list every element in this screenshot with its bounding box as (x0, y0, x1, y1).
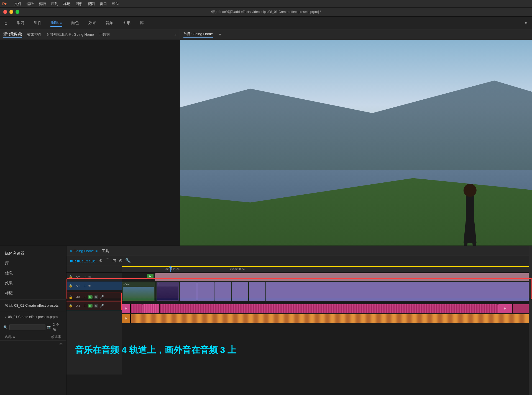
v2-pink-clip[interactable] (155, 273, 529, 281)
v1-clip-1[interactable]: × Vist (122, 282, 155, 301)
v1-eye-icon[interactable]: 👁 (88, 284, 91, 288)
tab-graphics[interactable]: 图形 (122, 19, 131, 27)
source-tab-source[interactable]: 源: (无剪辑) (3, 32, 22, 38)
a3-clip-3[interactable] (160, 304, 498, 313)
search-row: 🔍 📷 2 个项 (0, 321, 66, 334)
a3-lock-icon[interactable]: 🔒 (69, 295, 73, 299)
menubar-item-window[interactable]: 窗口 (100, 1, 107, 6)
v1-clip-3[interactable] (180, 282, 197, 301)
more-tabs-button[interactable]: » (525, 20, 528, 26)
v2-label: V2 (74, 275, 82, 279)
a4-sync-icon[interactable]: ⊡ (84, 304, 86, 308)
a3-clip-1[interactable] (131, 304, 142, 313)
a4-clip-fx[interactable]: fx (122, 314, 130, 323)
source-tab-effects[interactable]: 效果控件 (27, 32, 42, 37)
program-tab-menu-icon[interactable]: ≡ (219, 32, 221, 37)
a4-solo-button[interactable]: S (94, 304, 98, 308)
menubar-item-marker[interactable]: 标记 (63, 1, 70, 6)
tab-learn[interactable]: 学习 (16, 19, 25, 27)
source-tab-audio-mixer[interactable]: 音频剪辑混合器: Going Home (47, 32, 94, 37)
a3-clip-fx[interactable]: fx (122, 304, 130, 313)
home-button[interactable]: ⌂ (4, 20, 8, 26)
project-file-name: 08_01 Create effect presets.prproj (8, 315, 58, 319)
maximize-button[interactable] (16, 10, 19, 14)
v1-clip-4[interactable] (197, 282, 214, 301)
a3-sync-icon[interactable]: ⊡ (84, 295, 86, 299)
a4-mic-icon[interactable]: 🎤 (100, 304, 104, 308)
a3-clip-fx2[interactable]: fx (498, 304, 512, 313)
a3-clip-4[interactable] (513, 304, 529, 313)
track-headers: 🔒 V2 ⊡ 👁 🔒 V1 ⊡ 👁 (66, 273, 122, 375)
timeline-scrollbar[interactable] (529, 246, 532, 395)
timeline-tab-going-home[interactable]: × Going Home ≡ (70, 249, 98, 253)
v1-clip-2[interactable]: × (157, 282, 179, 301)
track-header-v1: 🔒 V1 ⊡ 👁 (66, 282, 122, 290)
col-framerate-label: 帧速率 (51, 335, 61, 339)
bottom-area: 媒体浏览器 库 信息 效果 标记 项目: 08_01 Create effect… (0, 246, 532, 395)
menubar: Pr 文件 编辑 剪辑 序列 标记 图形 视图 窗口 帮助 (0, 0, 532, 8)
source-tabs-more[interactable]: » (175, 32, 177, 37)
tab-editing[interactable]: 编辑 ≡ (50, 19, 62, 27)
source-tabs: 源: (无剪辑) 效果控件 音频剪辑混合器: Going Home 元数据 » (0, 29, 180, 40)
wrench-tool[interactable]: 🔧 (125, 258, 131, 264)
a4-mute-button[interactable]: M (88, 304, 93, 308)
tab-library[interactable]: 库 (139, 19, 144, 27)
track-area: 🔒 V2 ⊡ 👁 🔒 V1 ⊡ 👁 (66, 273, 532, 375)
sidebar-item-media-browser[interactable]: 媒体浏览器 (0, 248, 66, 258)
menubar-item-view[interactable]: 视图 (88, 1, 95, 6)
timeline-timecode: 00:00:15:16 (70, 259, 96, 263)
tab-effects[interactable]: 效果 (88, 19, 97, 27)
source-tab-metadata[interactable]: 元数据 (99, 32, 110, 37)
minimize-button[interactable] (9, 10, 13, 14)
menubar-item-sequence[interactable]: 序列 (51, 1, 58, 6)
v2-eye-icon[interactable]: 👁 (88, 275, 91, 279)
slip-tool[interactable]: ⊗ (119, 258, 122, 264)
sidebar-item-info[interactable]: 信息 (0, 268, 66, 278)
a3-mute-button[interactable]: M (88, 295, 93, 299)
timeline-tab-menu[interactable]: ≡ (96, 249, 98, 253)
a3-clip-2[interactable] (142, 304, 159, 313)
tab-color[interactable]: 颜色 (71, 19, 80, 27)
menubar-item-graphics[interactable]: 图形 (75, 1, 83, 6)
v2-lock-icon[interactable]: 🔒 (69, 275, 73, 279)
v1-clip-8[interactable] (266, 282, 529, 301)
col-sort-icon[interactable]: ∧ (13, 335, 15, 339)
v2-sync-icon[interactable]: ⊡ (84, 275, 86, 279)
v1-clip-7[interactable] (249, 282, 265, 301)
a3-mic-icon[interactable]: 🎤 (100, 295, 104, 299)
app-logo: Pr (2, 1, 7, 6)
a4-clips: fx (122, 314, 529, 323)
ruler-content: 00:00:14:23 00:00:29:23 (122, 266, 532, 272)
timeline-tab-close[interactable]: × (70, 249, 72, 253)
menubar-item-file[interactable]: 文件 (14, 1, 22, 6)
close-button[interactable] (3, 10, 7, 14)
sidebar-item-effects[interactable]: 效果 (0, 278, 66, 288)
program-tab-label[interactable]: 节目: Going Home (183, 32, 213, 38)
search-input[interactable] (9, 324, 45, 330)
razor-tool[interactable]: ⊡ (112, 258, 116, 264)
a4-track-row: fx (122, 314, 532, 324)
v1-label: V1 (74, 284, 82, 288)
tab-assembly[interactable]: 组件 (33, 19, 42, 27)
v1-track-row: × Vist × (122, 282, 532, 301)
timeline-tools-tab[interactable]: 工具 (102, 249, 109, 254)
menubar-item-edit[interactable]: 编辑 (27, 1, 34, 6)
menubar-item-help[interactable]: 帮助 (112, 1, 119, 6)
a3-clips: fx fx (122, 304, 529, 313)
a3-solo-button[interactable]: S (94, 295, 98, 299)
v1-clip-5[interactable] (214, 282, 231, 301)
magnet-tool[interactable]: ❄ (99, 258, 103, 264)
v1-clip-6[interactable] (232, 282, 248, 301)
program-tabs: 节目: Going Home ≡ (180, 29, 532, 40)
sidebar-item-library[interactable]: 库 (0, 258, 66, 268)
v2-fx-clip[interactable]: fx (147, 274, 154, 279)
a4-clip-main[interactable] (131, 314, 529, 323)
curve-tool[interactable]: ⌒ (105, 258, 110, 264)
a4-lock-icon[interactable]: 🔒 (69, 304, 73, 308)
v1-sync-icon[interactable]: ⊡ (84, 284, 86, 288)
tab-audio[interactable]: 音频 (105, 19, 114, 27)
sidebar-settings-icon[interactable]: ⚙ (59, 342, 63, 346)
sidebar-item-markers[interactable]: 标记 (0, 288, 66, 298)
v1-lock-icon[interactable]: 🔒 (69, 284, 73, 288)
menubar-item-clip[interactable]: 剪辑 (39, 1, 46, 6)
